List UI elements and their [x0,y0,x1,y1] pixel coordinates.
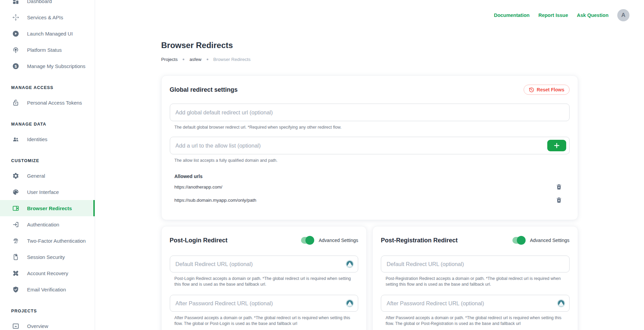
breadcrumb-item-project-name[interactable]: asfew [189,57,201,62]
post-registration-after-password-input[interactable] [381,295,570,312]
sidebar-item-general[interactable]: General [0,168,95,184]
phone-lock-icon [12,254,19,261]
fingerprint-icon [12,237,19,244]
sidebar-item-launch-managed-ui[interactable]: Launch Managed UI [0,25,95,42]
sidebar-item-label: Two-Factor Authentication [27,238,86,244]
reset-flows-button[interactable]: Reset Flows [524,85,570,95]
breadcrumb-separator-icon [183,59,184,60]
sidebar-item-label: Identities [27,136,47,142]
post-login-default-help: Post-Login Redirect accepts a domain or … [175,276,356,287]
shield-check-icon [12,286,19,293]
sidebar-section-manage-access: MANAGE ACCESS [0,81,95,94]
sidebar-item-manage-my-subscriptions[interactable]: $ Manage My Subscriptions [0,58,95,74]
post-registration-redirect-card: Post-Registration Redirect Advanced Sett… [372,226,578,330]
post-registration-default-redirect-input[interactable] [381,256,570,272]
post-login-after-password-input[interactable] [170,295,359,312]
avatar[interactable]: A [617,9,629,21]
ask-question-link[interactable]: Ask Question [577,13,608,18]
people-icon [12,136,19,143]
sidebar-item-label: Browser Redirects [27,205,72,211]
sidebar-item-label: Personal Access Tokens [27,100,82,106]
trash-x-icon [556,197,562,203]
sidebar-item-label: Manage My Subscriptions [27,63,86,69]
allowed-urls-title: Allowed urls [175,174,570,179]
sidebar-item-browser-redirects[interactable]: Browser Redirects [0,200,95,216]
trash-x-icon [556,184,562,190]
topbar: Documentation Report Issue Ask Question … [95,0,644,21]
post-registration-after-help: After Password accepts a domain or path.… [386,315,568,327]
sidebar-item-identities[interactable]: Identities [0,131,95,147]
global-default-redirect-help: The default global browser redirect url.… [175,125,570,130]
app-root: Dashboard Services & APIs Launch Managed… [0,0,644,330]
sidebar-item-label: User Interface [27,189,59,195]
status-broadcast-icon [12,46,19,53]
login-icon [12,221,19,228]
allow-list-url-input[interactable] [170,137,570,154]
allowed-url-text: https://sub.domain.myapp.com/only/path [175,198,256,203]
post-login-default-redirect-input[interactable] [170,256,359,272]
advanced-settings-label: Advanced Settings [319,238,358,243]
bandage-icon [12,270,19,277]
allowed-url-row: https://sub.domain.myapp.com/only/path [175,195,570,205]
sidebar-item-label: Launch Managed UI [27,31,73,37]
sidebar-section-manage-data: MANAGE DATA [0,117,95,131]
advanced-settings-label: Advanced Settings [530,238,570,243]
sidebar-nav: Dashboard Services & APIs Launch Managed… [0,0,95,330]
sidebar-section-projects: PROJECTS [0,304,95,318]
post-login-card-title: Post-Login Redirect [170,237,228,244]
sidebar-item-overview[interactable]: Overview [0,318,95,330]
main-area: Documentation Report Issue Ask Question … [95,0,644,330]
sidebar-item-email-verification[interactable]: Email Verification [0,281,95,298]
delete-url-button[interactable] [555,183,563,191]
sidebar-item-services-apis[interactable]: Services & APIs [0,9,95,25]
post-login-advanced-settings-toggle[interactable] [301,237,314,244]
mountain-badge-icon[interactable] [346,260,354,268]
lock-icon [12,99,19,106]
sidebar-item-account-recovery[interactable]: Account Recovery [0,265,95,281]
reset-flows-label: Reset Flows [537,87,565,92]
mountain-badge-icon[interactable] [346,299,354,307]
documentation-link[interactable]: Documentation [494,13,530,18]
post-registration-advanced-settings-toggle[interactable] [512,237,525,244]
sidebar-item-label: Account Recovery [27,270,68,276]
breadcrumb: Projects asfew Browser Redirects [161,57,578,62]
sidebar-item-authentication[interactable]: Authentication [0,216,95,233]
dollar-circle-icon: $ [12,63,19,70]
sidebar-item-platform-status[interactable]: Platform Status [0,42,95,58]
page-title: Browser Redirects [161,41,578,50]
play-circle-icon [12,30,19,37]
toggle-knob [517,236,526,245]
add-allow-url-button[interactable] [547,140,566,151]
history-icon [529,87,534,93]
gear-icon [12,172,19,179]
photo-icon [12,323,19,330]
post-login-after-help: After Password accepts a domain or path.… [175,315,356,327]
sidebar-item-session-security[interactable]: Session Security [0,249,95,265]
post-registration-card-title: Post-Registration Redirect [381,237,458,244]
flow-cards-row: Post-Login Redirect Advanced Settings Po… [161,226,578,330]
toggle-knob [305,236,314,245]
breadcrumb-item-projects[interactable]: Projects [161,57,178,62]
allow-list-help: The allow list accepts a fully qualified… [175,158,570,163]
breadcrumb-item-current: Browser Redirects [213,57,251,62]
sidebar-item-label: Session Security [27,254,65,260]
sidebar-item-label: Platform Status [27,47,62,53]
global-default-redirect-input[interactable] [170,104,570,121]
delete-url-button[interactable] [555,196,563,204]
browser-window-icon [12,205,19,212]
sidebar-item-dashboard[interactable]: Dashboard [0,0,95,9]
sidebar-item-label: Services & APIs [27,15,63,20]
global-card-title: Global redirect settings [170,86,238,93]
report-issue-link[interactable]: Report Issue [538,13,568,18]
sidebar-item-label: Authentication [27,222,59,227]
breadcrumb-separator-icon [207,59,208,60]
sidebar-item-two-factor-authentication[interactable]: Two-Factor Authentication [0,233,95,249]
sidebar-item-personal-access-tokens[interactable]: Personal Access Tokens [0,94,95,111]
sidebar-item-user-interface[interactable]: User Interface [0,184,95,200]
global-redirect-settings-card: Global redirect settings Reset Flows The… [161,75,578,220]
sidebar-item-label: Overview [27,323,48,329]
sidebar-item-label: Email Verification [27,287,66,292]
allowed-url-row: https://anotherapp.com/ [175,182,570,192]
svg-text:$: $ [15,64,17,68]
mountain-badge-icon[interactable] [557,299,565,307]
